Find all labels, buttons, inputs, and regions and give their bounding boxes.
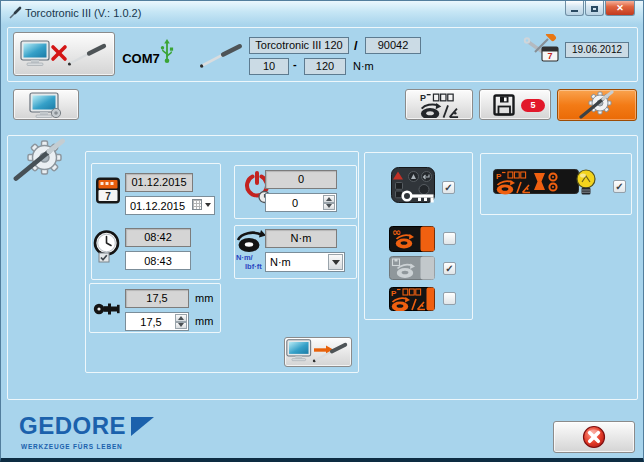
tool-size-icon [93, 297, 121, 321]
name-serial-separator: / [354, 38, 358, 53]
wrench-gear-icon [579, 90, 615, 120]
usb-icon [159, 37, 175, 65]
range-max-field: 120 [304, 58, 346, 75]
exit-button[interactable] [553, 421, 635, 453]
peak-mode-icon: ∞ [389, 226, 435, 252]
range-min-field: 10 [249, 58, 289, 75]
pc-size-input[interactable] [127, 314, 175, 329]
device-unit-display: N·m [265, 229, 337, 248]
window-controls: ✕ [564, 1, 635, 16]
app-window: Torcotronic III (V.: 1.0.2) ✕ COM7 [0, 0, 644, 462]
minimize-button[interactable] [565, 1, 584, 16]
pc-mode-button[interactable] [13, 89, 79, 120]
pc-date-picker[interactable] [125, 196, 215, 215]
save-icon [493, 94, 515, 116]
auto-off-spinner[interactable] [323, 195, 335, 210]
brand-flag-icon [131, 417, 154, 436]
svg-text:7: 7 [105, 191, 111, 202]
transfer-to-device-button[interactable] [284, 337, 352, 367]
window-title: Torcotronic III (V.: 1.0.2) [25, 7, 141, 19]
date-dropdown-button[interactable] [192, 199, 211, 210]
device-auto-off-display: 0 [265, 170, 337, 189]
range-unit-label: N·m [353, 60, 374, 72]
unit-select[interactable]: N·m [265, 252, 345, 272]
minimize-icon [571, 10, 578, 12]
presets-button[interactable] [405, 89, 473, 120]
red-cross-icon [581, 424, 607, 450]
gedore-logo: GEDORE [19, 415, 154, 437]
save-count-badge: 5 [521, 99, 545, 112]
device-size-display: 17,5 [125, 289, 189, 308]
display-illumination-checkbox[interactable] [613, 180, 626, 193]
disconnect-button[interactable] [13, 32, 115, 76]
range-separator: - [293, 58, 297, 70]
spinner-down-icon[interactable] [175, 322, 187, 330]
monitor-arrow-wrench-icon [286, 338, 350, 366]
auto-save-mode-icon [389, 256, 435, 280]
keypad-lock-checkbox[interactable] [442, 181, 455, 194]
calendar-icon: 7 [95, 175, 121, 205]
auto-save-mode-checkbox[interactable] [443, 262, 456, 275]
dropdown-arrow-icon [205, 203, 211, 207]
calibration-date-field: 19.06.2012 [565, 42, 629, 58]
peak-mode-checkbox[interactable] [443, 232, 456, 245]
pc-auto-off-spinbox[interactable] [265, 193, 337, 212]
serial-number-field: 90042 [365, 37, 421, 54]
device-time-display: 08:42 [125, 228, 191, 247]
maximize-button[interactable] [585, 1, 604, 16]
clock-icon [93, 229, 123, 263]
pc-auto-off-input[interactable] [267, 195, 323, 210]
pc-date-input[interactable] [127, 198, 194, 213]
spinner-up-icon[interactable] [175, 314, 187, 322]
keypad-lock-icon [391, 167, 438, 205]
svg-text:N·m/: N·m/ [236, 253, 254, 262]
save-button[interactable]: 5 [479, 89, 551, 120]
close-icon: ✕ [616, 3, 624, 13]
spinner-down-icon[interactable] [323, 203, 335, 211]
svg-text:7: 7 [547, 51, 552, 61]
monitor-gear-icon [28, 91, 64, 119]
maximize-icon [591, 6, 598, 12]
pc-size-spinbox[interactable] [125, 312, 189, 331]
mini-calendar-icon [192, 199, 202, 210]
device-name-field: Torcotronic III 120 [249, 37, 349, 54]
presets-icon [418, 91, 460, 118]
preset-mode-checkbox[interactable] [443, 292, 456, 305]
service-tools-calendar-icon: 7 [522, 34, 562, 64]
preset-mode-icon [389, 287, 435, 311]
wrench-gear-corner-icon [13, 138, 67, 183]
svg-text:lbf·ft: lbf·ft [245, 262, 262, 271]
unit-select-arrow[interactable] [328, 254, 343, 270]
size-unit-label: mm [195, 315, 213, 327]
monitor-disconnect-wrench-icon [19, 36, 109, 72]
brand-name: GEDORE [19, 415, 126, 437]
device-date-display: 01.12.2015 [125, 173, 193, 192]
settings-button-active[interactable] [557, 89, 637, 121]
brand-tagline: WERKZEUGE FÜRS LEBEN [21, 443, 123, 450]
spinner-up-icon[interactable] [323, 195, 335, 203]
size-spinner[interactable] [175, 314, 187, 329]
pc-time-input[interactable] [125, 251, 191, 270]
torque-wrench-icon [197, 42, 243, 69]
app-icon [8, 6, 22, 20]
title-bar: Torcotronic III (V.: 1.0.2) ✕ [1, 1, 643, 25]
close-window-button[interactable]: ✕ [605, 1, 635, 16]
unit-select-value: N·m [270, 256, 291, 268]
size-unit-label: mm [195, 292, 213, 304]
display-illumination-icon [493, 166, 607, 200]
